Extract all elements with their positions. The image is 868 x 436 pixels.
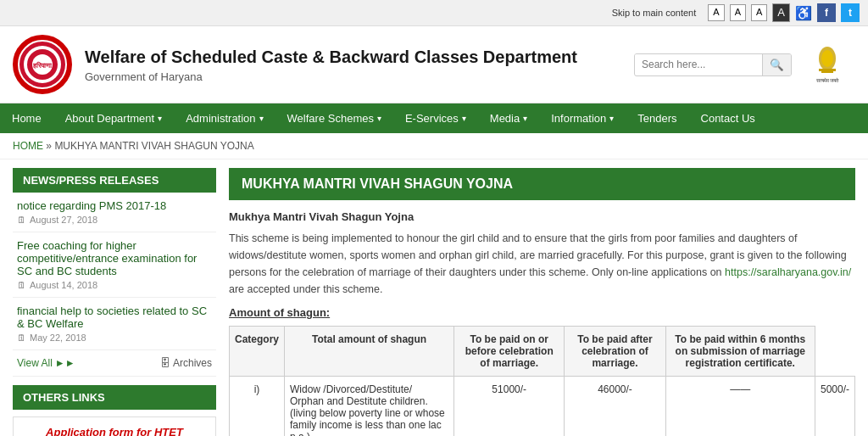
nav-eservices-label: E-Services — [405, 112, 459, 125]
amount-label: Amount of shagun: — [229, 306, 855, 319]
svg-rect-8 — [821, 71, 833, 73]
arrow-right-icon: ►► — [55, 357, 75, 369]
search-button[interactable]: 🔍 — [762, 54, 791, 75]
twitter-link[interactable]: t — [841, 3, 860, 22]
search-box[interactable]: 🔍 — [634, 53, 792, 76]
nav-eservices[interactable]: E-Services ▾ — [393, 103, 478, 133]
table-cell-cat-1: i) — [230, 377, 285, 436]
nav-info-label: Information — [551, 112, 606, 125]
nav-info-arrow: ▾ — [609, 114, 614, 123]
list-item: financial help to societies related to S… — [13, 298, 216, 350]
table-header-total: Total amount of shagun — [285, 327, 454, 377]
calendar-icon-3: 🗓 — [17, 333, 26, 343]
nav-media[interactable]: Media ▾ — [478, 103, 539, 133]
nav-admin-arrow: ▾ — [259, 114, 264, 123]
nav-home-label: Home — [12, 112, 42, 125]
article-saral-link[interactable]: https://saralharyana.gov.in/ — [725, 266, 851, 278]
svg-text:सत्यमेव जयते: सत्यमेव जयते — [815, 77, 840, 83]
nav-home[interactable]: Home — [0, 103, 53, 133]
svg-text:हरियाणा: हरियाणा — [32, 61, 53, 70]
nav-contact-label: Contact Us — [701, 112, 755, 125]
main-nav: Home About Department ▾ Administration ▾… — [0, 103, 868, 133]
top-bar: Skip to main content A A A A ♿ f t — [0, 0, 868, 26]
shagun-table: Category Total amount of shagun To be pa… — [229, 326, 855, 436]
accessibility-icon: ♿ — [795, 5, 812, 21]
table-cell-before-1: 46000/- — [565, 377, 665, 436]
news-link-2[interactable]: Free coaching for higher competitive/ent… — [17, 239, 197, 277]
nav-eservices-arrow: ▾ — [462, 114, 466, 123]
table-header-after: To be paid after celebration of marriage… — [565, 327, 665, 377]
nav-welfare-arrow: ▾ — [377, 114, 381, 123]
search-input[interactable] — [635, 54, 762, 75]
article-title: MUKHYA MANTRI VIVAH SHAGUN YOJNA — [229, 168, 855, 200]
nav-media-arrow: ▾ — [523, 114, 527, 123]
table-row: i) Widow /Divorced/Destitute/ Orphan and… — [230, 377, 855, 436]
nav-about-label: About Department — [65, 112, 155, 125]
breadcrumb: HOME » MUKHYA MANTRI VIVAH SHAGUN YOJNA — [0, 133, 868, 159]
header-right: 🔍 सत्यमेव जयते — [634, 37, 855, 92]
article-body-text2: are accepted under this scheme. — [229, 283, 382, 295]
svg-rect-7 — [819, 69, 836, 71]
font-medium-btn[interactable]: A — [730, 4, 746, 20]
calendar-icon: 🗓 — [17, 215, 26, 225]
breadcrumb-current: MUKHYA MANTRI VIVAH SHAGUN YOJNA — [54, 140, 253, 152]
news-date-3: 🗓 May 22, 2018 — [17, 333, 212, 343]
nav-welfare[interactable]: Welfare Schemes ▾ — [275, 103, 393, 133]
app-form-htet-link[interactable]: Application form for HTET — [46, 426, 183, 436]
table-cell-total-1: 51000/- — [454, 377, 565, 436]
header-title-block: Welfare of Scheduled Caste & Backward Cl… — [85, 46, 621, 83]
table-cell-sixmonths-1: 5000/- — [815, 377, 854, 436]
article-body: This scheme is being implemented to hono… — [229, 230, 855, 298]
facebook-link[interactable]: f — [817, 3, 836, 22]
archive-icon: 🗄 — [160, 357, 170, 369]
svg-point-6 — [821, 50, 833, 67]
department-logo: हरियाणा — [13, 35, 72, 94]
archives-link[interactable]: 🗄 Archives — [160, 357, 212, 369]
nav-media-label: Media — [490, 112, 520, 125]
view-all-link[interactable]: View All ►► — [17, 357, 75, 369]
breadcrumb-separator: » — [46, 140, 52, 152]
font-small-btn[interactable]: A — [708, 4, 724, 20]
others-links-title: OTHERS LINKS — [13, 385, 216, 410]
site-subtitle: Government of Haryana — [85, 70, 621, 83]
national-emblem: सत्यमेव जयते — [800, 37, 855, 92]
table-cell-after-1: —— — [665, 377, 815, 436]
font-contrast-btn[interactable]: A — [772, 3, 790, 22]
view-all-row: View All ►► 🗄 Archives — [13, 350, 216, 377]
news-date-1: 🗓 August 27, 2018 — [17, 215, 212, 225]
table-header-sixmonths: To be paid within 6 months on submission… — [665, 327, 815, 377]
nav-about[interactable]: About Department ▾ — [53, 103, 175, 133]
nav-tenders-label: Tenders — [637, 112, 676, 125]
main-content: NEWS/PRESS RELEASES notice regarding PMS… — [0, 159, 868, 436]
news-link-1[interactable]: notice regarding PMS 2017-18 — [17, 199, 166, 212]
calendar-icon-2: 🗓 — [17, 280, 26, 290]
news-section-title: NEWS/PRESS RELEASES — [13, 168, 216, 193]
list-item: Free coaching for higher competitive/ent… — [13, 232, 216, 298]
table-cell-desc-1: Widow /Divorced/Destitute/ Orphan and De… — [285, 377, 454, 436]
font-large-btn[interactable]: A — [751, 4, 767, 20]
table-header-before: To be paid on or before celebration of m… — [454, 327, 565, 377]
nav-about-arrow: ▾ — [158, 114, 162, 123]
breadcrumb-home[interactable]: HOME — [13, 140, 43, 152]
site-title: Welfare of Scheduled Caste & Backward Cl… — [85, 46, 621, 68]
news-link-3[interactable]: financial help to societies related to S… — [17, 305, 207, 330]
table-header-category: Category — [230, 327, 285, 377]
news-date-2: 🗓 August 14, 2018 — [17, 280, 212, 290]
app-form-htet[interactable]: Application form for HTET — [13, 416, 216, 436]
nav-information[interactable]: Information ▾ — [539, 103, 626, 133]
nav-admin-label: Administration — [186, 112, 255, 125]
skip-link: Skip to main content — [612, 8, 697, 18]
nav-welfare-label: Welfare Schemes — [287, 112, 374, 125]
nav-tenders[interactable]: Tenders — [626, 103, 688, 133]
nav-administration[interactable]: Administration ▾ — [174, 103, 275, 133]
nav-contact[interactable]: Contact Us — [689, 103, 767, 133]
article-subtitle: Mukhya Mantri Vivah Shagun Yojna — [229, 210, 855, 223]
list-item: notice regarding PMS 2017-18 🗓 August 27… — [13, 193, 216, 232]
header: हरियाणा Welfare of Scheduled Caste & Bac… — [0, 26, 868, 103]
sidebar: NEWS/PRESS RELEASES notice regarding PMS… — [13, 168, 216, 436]
article: MUKHYA MANTRI VIVAH SHAGUN YOJNA Mukhya … — [229, 168, 855, 436]
